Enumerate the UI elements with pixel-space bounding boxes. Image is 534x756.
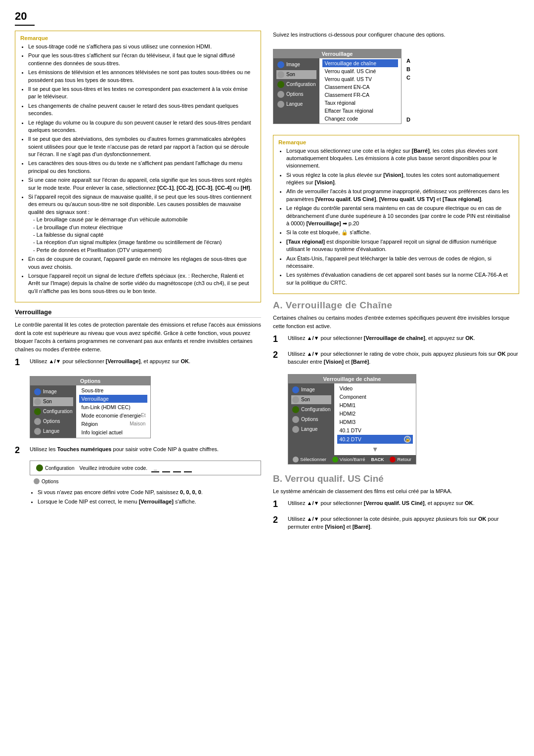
section-B-step-num-2: 2 — [273, 515, 284, 526]
remark-list-right: Lorsque vous sélectionnez une cote et la… — [278, 147, 514, 287]
right-config-icon — [277, 81, 284, 88]
verrouillage-right-items: Verrouillage de chaîne Verrou qualif. US… — [319, 58, 401, 124]
right-item-changez-code[interactable]: Changez code — [322, 115, 398, 123]
remark-title: Remarque — [20, 35, 256, 41]
chain-icon-langue: Langue — [291, 425, 331, 434]
verrouillage-right-menu: Verrouillage Image Son Confi — [273, 49, 401, 124]
label-empty2 — [406, 90, 410, 99]
section-B-step-num-1: 1 — [273, 499, 284, 510]
footer-select: Sélectionner — [293, 457, 326, 462]
chain-lock-menu: Verrouillage de chaîne Image Son — [288, 374, 416, 464]
channel-40-1[interactable]: 40.1 DTV — [337, 426, 413, 434]
right-item-en-ca[interactable]: Classement EN-CA — [322, 83, 398, 91]
step-1: 1 Utilisez ▲/▼ pour sélectionner [Verrou… — [15, 357, 261, 368]
menu-item-verrouillage[interactable]: Verrouillage — [79, 395, 147, 403]
pin-digit-1: _ — [151, 463, 159, 472]
channel-hdmi3[interactable]: HDMI3 — [337, 418, 413, 426]
son-icon — [34, 398, 41, 405]
right-item-us-cine[interactable]: Verrou qualif. US Ciné — [322, 67, 398, 75]
channel-video[interactable]: Video — [337, 384, 413, 392]
remark-right-item-4: Le réglage du contrôle parental sera mai… — [286, 205, 514, 227]
channel-component[interactable]: Component — [337, 393, 413, 401]
section-B: B. Verrou qualif. US Ciné Le système amé… — [273, 473, 519, 531]
remark-list: Le sous-titrage codé ne s'affichera pas … — [20, 43, 256, 295]
pin-container: Configuration Veuillez introduire votre … — [30, 461, 261, 484]
menu-header-options: Options — [30, 377, 150, 385]
chain-config-icon — [292, 406, 299, 413]
remark-item: Les caractères des sous-titres ou du tex… — [28, 160, 256, 175]
left-column: Remarque Le sous-titrage codé ne s'affic… — [15, 31, 261, 536]
remark-item: Il se peut que les sous-titres et les te… — [28, 85, 256, 101]
menu-item-sous-titre[interactable]: Sous-titre — [79, 386, 147, 394]
label-empty1 — [406, 82, 410, 90]
section-A: A. Verrouillage de Chaîne Certaines chaî… — [273, 300, 519, 467]
config-icon — [34, 408, 41, 415]
remark-item: Le sous-titrage codé ne s'affichera pas … — [28, 43, 256, 50]
right-item-us-tv[interactable]: Verrou qualif. US TV — [322, 75, 398, 83]
pin-digit-4 — [184, 463, 192, 472]
right-options-icon — [277, 91, 284, 98]
menu-labels: A B C D — [406, 57, 410, 124]
menu-icon-son: Son — [33, 397, 73, 406]
scroll-down-arrow: ▼ — [337, 444, 413, 454]
menu-item-economie[interactable]: Mode economie d'energie Et — [79, 412, 147, 420]
right-son-icon — [277, 71, 284, 78]
remark-item: Si l'appareil reçoit des signaux de mauv… — [28, 193, 256, 254]
lock-icon: 🔒 — [404, 436, 411, 443]
remark-item: En cas de coupure de courant, l'appareil… — [28, 255, 256, 271]
footer-select-label: Sélectionner — [300, 457, 326, 462]
section-A-body: Certaines chaînes ou certains modes d'en… — [273, 314, 519, 330]
pin-green-icon — [36, 464, 43, 471]
right-item-fr-ca[interactable]: Classement FR-CA — [322, 91, 398, 99]
options-icon — [34, 418, 41, 425]
langue-icon — [34, 428, 41, 435]
step-num-2: 2 — [15, 445, 26, 456]
right-item-chaine[interactable]: Verrouillage de chaîne — [322, 59, 398, 67]
select-circle-icon — [293, 457, 299, 462]
section-A-step-num-1: 1 — [273, 334, 284, 345]
menu-icon-image: Image — [33, 387, 73, 396]
chain-lock-footer: Sélectionner Vision/Barré BACK Retour — [288, 455, 416, 464]
pin-digits: _ — [151, 463, 192, 472]
verrouillage-title: Verrouillage — [15, 308, 261, 318]
channel-40-2[interactable]: 40.2 DTV 🔒 — [337, 435, 413, 444]
remark-title-right: Remarque — [278, 139, 514, 145]
section-A-step2: 2 Utilisez ▲/▼ pour sélectionner le rati… — [273, 350, 519, 366]
pin-label: Veuillez introduire votre code. — [79, 465, 147, 471]
verrouillage-right-menu-icons: Image Son Configuration Options — [273, 58, 319, 124]
remark-right-item-5: Si la cote est bloquée, 🔒 s'affiche. — [286, 229, 514, 236]
remark-right-item-2: Si vous réglez la cote la plus élevée su… — [286, 171, 514, 187]
right-item-effacer[interactable]: Effacer Taux régional — [322, 107, 398, 115]
remark-item: Les émissions de télévision et les annon… — [28, 69, 256, 84]
channel-hdmi2[interactable]: HDMI2 — [337, 410, 413, 418]
verrouillage-body: Le contrôle parental lit les cotes de pr… — [15, 321, 261, 353]
channel-hdmi1[interactable]: HDMI1 — [337, 401, 413, 409]
options-menu: Options Image Son Configurat — [30, 376, 151, 438]
remark-item: Si une case noire apparaît sur l'écran d… — [28, 176, 256, 192]
section-A-heading: A. Verrouillage de Chaîne — [273, 300, 519, 311]
footer-back: BACK — [371, 457, 384, 462]
menu-icons-left: Image Son Configuration Options — [30, 385, 76, 438]
section-B-step1: 1 Utilisez ▲/▼ pour sélectionner [Verrou… — [273, 499, 519, 510]
right-icon-langue: Langue — [276, 100, 316, 109]
section-B-heading: B. Verrou qualif. US Ciné — [273, 473, 519, 484]
menu-item-info-logiciel[interactable]: Info logiciel actuel — [79, 428, 147, 436]
menu-items-right: Sous-titre Verrouillage fun-Link (HDMI C… — [76, 385, 150, 438]
chain-son-icon — [292, 396, 299, 403]
pin-bullets: Si vous n'avez pas encore défini votre C… — [30, 488, 261, 505]
back-label: BACK — [371, 457, 384, 462]
chain-icon-config: Configuration — [291, 405, 331, 414]
remark-right-item-3: Afin de verrouiller l'accès à tout progr… — [286, 188, 514, 203]
pin-bullet-1: Si vous n'avez pas encore défini votre C… — [38, 488, 261, 497]
pin-digit-3 — [173, 463, 181, 472]
verrouillage-right-menu-container: Verrouillage Image Son Confi — [273, 46, 401, 127]
remark-box-right: Remarque Lorsque vous sélectionnez une c… — [273, 135, 519, 294]
menu-item-fun-link[interactable]: fun-Link (HDMI CEC) — [79, 403, 147, 411]
menu-item-region[interactable]: Région Maison — [79, 420, 147, 428]
remark-item: Lorsque l'appareil reçoit un signal de l… — [28, 272, 256, 295]
right-item-taux[interactable]: Taux régional — [322, 99, 398, 107]
right-icon-options: Options — [276, 90, 316, 99]
pin-config-icon: Configuration — [35, 463, 75, 472]
remark-item: Le réglage du volume ou la coupure du so… — [28, 119, 256, 134]
footer-return: Retour — [390, 457, 411, 462]
